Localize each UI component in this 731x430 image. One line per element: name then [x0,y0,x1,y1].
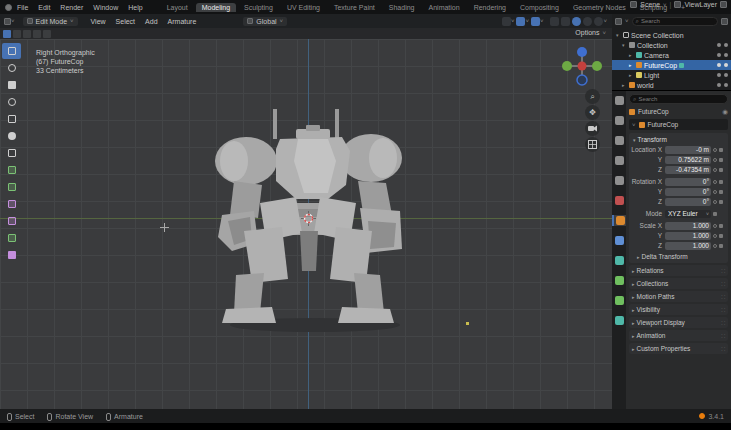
show-overlays-icon[interactable] [561,17,570,26]
hide-icon[interactable] [717,43,721,47]
blender-logo-icon[interactable] [5,4,12,11]
mech-model[interactable] [210,103,445,338]
workspace-tab-modeling[interactable]: Modeling [196,3,236,12]
tab-material[interactable] [612,315,626,326]
tool-bone-envelope[interactable] [2,213,21,229]
menu-edit[interactable]: Edit [33,4,55,11]
scale-z-field[interactable]: 1.000 [665,242,711,250]
disclosure-icon[interactable]: ▸ [629,62,634,68]
select-mode-intersect-icon[interactable] [43,30,51,38]
outliner-row-camera[interactable]: ▸ Camera [612,50,731,60]
workspace-tab-layout[interactable]: Layout [161,3,194,12]
tool-select-box[interactable] [2,43,21,59]
decorator-icon[interactable] [719,168,723,172]
location-y-field[interactable]: 0.75622 m [665,156,711,164]
tool-annotate[interactable] [2,145,21,161]
tab-world[interactable] [612,195,626,206]
disclosure-icon[interactable]: ▸ [629,52,634,58]
animate-icon[interactable] [713,190,717,194]
workspace-tab-compositing[interactable]: Compositing [514,3,565,12]
workspace-tab-animation[interactable]: Animation [423,3,466,12]
section-collections[interactable]: ▸Collections∷ [629,278,728,289]
properties-search-input[interactable]: ⌕ Search [629,94,728,104]
hide-icon[interactable] [717,83,721,87]
menu-view[interactable]: View [86,18,111,25]
select-mode-extend-icon[interactable] [13,30,21,38]
section-motion-paths[interactable]: ▸Motion Paths∷ [629,291,728,302]
gizmo-axis-y-pos[interactable] [592,61,602,71]
transform-panel-header[interactable]: ▾Transform [631,135,726,145]
disclosure-icon[interactable]: ▾ [616,32,621,38]
animate-icon[interactable] [713,200,717,204]
rotation-x-field[interactable]: 0° [665,178,711,186]
disclosure-icon[interactable]: ▾ [622,42,627,48]
show-gizmo-icon[interactable] [550,17,559,26]
section-viewport-display[interactable]: ▸Viewport Display∷ [629,317,728,328]
disclosure-icon[interactable]: ▸ [622,82,627,88]
menu-add[interactable]: Add [140,18,162,25]
animate-icon[interactable] [713,148,717,152]
render-visibility-icon[interactable] [724,63,728,67]
tool-measure[interactable] [2,162,21,178]
select-mode-invert-icon[interactable] [33,30,41,38]
mode-selector[interactable]: Edit Mode ˅ [23,17,78,26]
gizmo-axis-z-neg[interactable] [577,75,587,85]
menu-render[interactable]: Render [55,4,88,11]
tab-data[interactable] [612,295,626,306]
tab-object[interactable] [612,215,626,226]
snap-magnet-icon[interactable] [516,17,525,26]
scale-y-field[interactable]: 1.000 [665,232,711,240]
viewport-3d[interactable]: Right Orthographic (67) FutureCop 33 Cen… [0,39,612,409]
section-delta-transform[interactable]: ▸Delta Transform [631,251,726,260]
gizmo-axis-x[interactable] [578,62,587,71]
remove-view-layer-icon[interactable] [720,1,727,8]
outliner-filter-icon[interactable] [721,18,728,25]
tab-constraints[interactable] [612,275,626,286]
workspace-tab-texture-paint[interactable]: Texture Paint [328,3,381,12]
animate-icon[interactable] [713,158,717,162]
tab-modifiers[interactable] [612,235,626,246]
outliner-row-collection[interactable]: ▾ Collection [612,40,731,50]
tool-extrude[interactable] [2,179,21,195]
hide-icon[interactable] [717,63,721,67]
tool-move[interactable] [2,77,21,93]
animate-icon[interactable] [713,244,717,248]
tool-rotate[interactable] [2,94,21,110]
hide-icon[interactable] [717,73,721,77]
menu-window[interactable]: Window [88,4,123,11]
outliner-row-world[interactable]: ▸ world [612,80,731,90]
disclosure-icon[interactable]: ▸ [629,72,634,78]
gizmo-axis-z-pos[interactable] [577,47,587,57]
rotation-z-field[interactable]: 0° [665,198,711,206]
section-animation[interactable]: ▸Animation∷ [629,330,728,341]
decorator-icon[interactable] [719,180,723,184]
animate-icon[interactable] [713,224,717,228]
select-mode-subtract-icon[interactable] [23,30,31,38]
tool-bone-size[interactable] [2,247,21,263]
shading-material-icon[interactable] [583,17,592,26]
rotation-y-field[interactable]: 0° [665,188,711,196]
decorator-icon[interactable] [719,234,723,238]
zoom-view-icon[interactable]: ⌕ [585,89,600,104]
tool-shear[interactable] [2,230,21,246]
tab-physics[interactable] [612,255,626,266]
workspace-tab-sculpting[interactable]: Sculpting [238,3,279,12]
tab-render[interactable] [612,115,626,126]
menu-help[interactable]: Help [123,4,147,11]
tab-output[interactable] [612,135,626,146]
decorator-icon[interactable] [719,148,723,152]
shading-solid-icon[interactable] [572,17,581,26]
scale-x-field[interactable]: 1.000 [665,222,711,230]
outliner-row-scene-collection[interactable]: ▾ Scene Collection [612,30,731,40]
outliner-row-futurecop[interactable]: ▸ FutureCop [612,60,731,70]
workspace-tab-uv-editing[interactable]: UV Editing [281,3,326,12]
panel-grip-icon[interactable]: ∷ [721,293,725,300]
decorator-icon[interactable] [719,158,723,162]
object-name-field[interactable]: ˅ FutureCop [629,119,728,130]
location-z-field[interactable]: -0.47354 m [665,166,711,174]
editor-type-icon[interactable] [4,18,11,25]
decorator-icon[interactable] [713,212,717,216]
tab-view-layer[interactable] [612,155,626,166]
perspective-toggle-icon[interactable] [585,137,600,152]
tool-cursor[interactable] [2,60,21,76]
